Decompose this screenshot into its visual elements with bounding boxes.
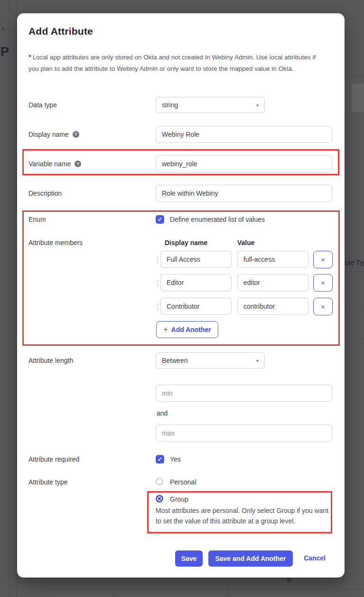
enum-label: Enum <box>28 216 46 223</box>
close-icon: × <box>321 303 325 311</box>
attribute-members-label: Attribute members <box>28 239 83 246</box>
close-icon: × <box>321 256 325 264</box>
chevron-down-icon: ▾ <box>256 358 259 363</box>
member-display-name-input[interactable] <box>160 274 232 291</box>
min-input[interactable] <box>156 385 332 402</box>
add-another-member-button[interactable]: + Add Another <box>156 321 218 338</box>
attribute-length-value: Between <box>162 357 187 364</box>
display-name-label-text: Display name <box>28 131 69 138</box>
remove-member-button[interactable]: × <box>313 251 333 268</box>
plus-icon: + <box>163 325 168 334</box>
close-icon: × <box>321 279 325 287</box>
radio-personal-label: Personal <box>170 478 196 486</box>
cancel-button[interactable]: Cancel <box>304 554 326 562</box>
help-icon[interactable]: ? <box>73 131 79 138</box>
bg-table-header-fragment: ute Typ <box>345 259 364 266</box>
variable-name-input[interactable] <box>156 155 332 172</box>
member-value-input[interactable] <box>237 251 308 268</box>
member-value-input[interactable] <box>237 274 308 291</box>
attribute-required-label: Attribute required <box>28 455 79 463</box>
variable-name-label-text: Variable name <box>28 160 71 168</box>
add-another-label: Add Another <box>171 326 211 333</box>
attribute-type-label: Attribute type <box>28 478 68 486</box>
member-display-name-input[interactable] <box>160 298 232 315</box>
remove-member-button[interactable]: × <box>313 274 333 292</box>
member-display-name-input[interactable] <box>160 251 232 268</box>
attribute-length-label: Attribute length <box>28 357 73 364</box>
max-input[interactable] <box>156 425 332 442</box>
help-icon[interactable]: ? <box>75 161 81 167</box>
bg-table-line <box>114 580 114 597</box>
radio-group-label: Group <box>170 495 188 503</box>
attribute-required-checkbox-label: Yes <box>170 455 181 463</box>
check-icon: ✓ <box>158 456 162 462</box>
dialog-note: *Local app attributes are only stored on… <box>28 51 322 75</box>
attribute-length-select[interactable]: Between ▾ <box>156 352 265 369</box>
back-chevron-icon: ‹ <box>1 23 5 34</box>
save-and-add-another-button[interactable]: Save and Add Another <box>208 550 293 567</box>
description-label: Description <box>28 190 62 197</box>
attribute-required-checkbox[interactable]: ✓ <box>156 455 164 464</box>
enum-checkbox[interactable]: ✓ <box>156 215 164 224</box>
display-name-input[interactable] <box>156 126 332 143</box>
drag-handle-icon[interactable] <box>157 256 159 263</box>
drag-handle-icon[interactable] <box>157 280 159 286</box>
member-value-input[interactable] <box>237 298 308 315</box>
members-column-value: Value <box>237 239 255 246</box>
add-attribute-dialog: Add Attribute *Local app attributes are … <box>17 13 345 578</box>
data-type-value: string <box>162 101 178 109</box>
description-input[interactable] <box>156 185 332 202</box>
drag-handle-icon[interactable] <box>157 303 159 310</box>
bg-table-line <box>345 75 364 76</box>
chevron-down-icon: ▾ <box>256 103 259 108</box>
bg-sidebar-border <box>9 0 9 597</box>
remove-member-button[interactable]: × <box>313 298 333 315</box>
radio-group[interactable] <box>156 495 163 502</box>
radio-personal[interactable] <box>156 478 163 485</box>
bg-table-line <box>47 589 364 589</box>
enum-checkbox-label: Define enumerated list of values <box>170 216 265 223</box>
members-column-display-name: Display name <box>165 239 207 246</box>
save-button[interactable]: Save <box>175 550 203 567</box>
check-icon: ✓ <box>158 217 162 222</box>
note-text: Local app attributes are only stored on … <box>28 54 316 72</box>
range-separator-label: and <box>157 409 168 417</box>
dialog-title: Add Attribute <box>28 26 93 37</box>
bg-table-line <box>345 272 364 272</box>
required-asterisk: * <box>28 53 31 61</box>
bg-card-fragment <box>352 84 364 112</box>
variable-name-label: Variable name ? <box>28 160 81 168</box>
bg-table-line <box>345 310 364 310</box>
data-type-select[interactable]: string ▾ <box>156 97 265 113</box>
data-type-label: Data type <box>28 101 57 109</box>
bg-table-line <box>228 580 228 597</box>
group-option-description: Most attributes are personal. Only selec… <box>156 505 335 526</box>
display-name-label: Display name ? <box>28 131 79 138</box>
bg-table-line <box>345 338 364 339</box>
bg-page-heading-fragment: P <box>0 45 9 59</box>
